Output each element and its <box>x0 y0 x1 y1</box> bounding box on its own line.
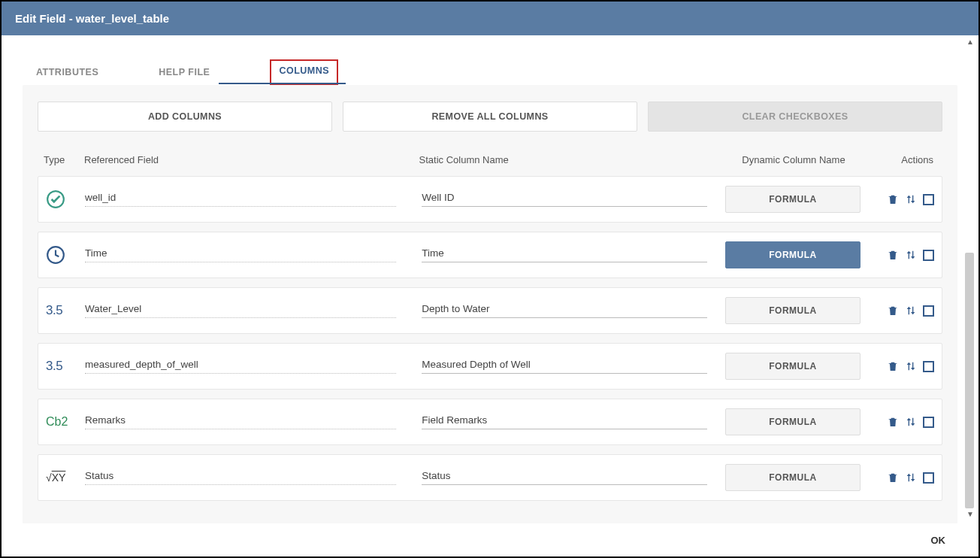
row-actions <box>861 416 936 428</box>
formula-icon: √XY <box>46 472 65 484</box>
formula-button[interactable]: FORMULA <box>725 297 861 324</box>
table-row: √XYStatusStatusFORMULA <box>38 454 942 501</box>
referenced-field-input[interactable]: well_id <box>85 192 396 207</box>
delete-icon[interactable] <box>887 305 899 317</box>
referenced-field-input[interactable]: Time <box>85 247 396 262</box>
clear-checkboxes-button: CLEAR CHECKBOXES <box>648 102 942 132</box>
static-column-name-input[interactable]: Well ID <box>422 192 707 207</box>
row-actions <box>861 305 936 317</box>
formula-button[interactable]: FORMULA <box>725 186 861 213</box>
type-cell <box>44 245 85 265</box>
static-column-name-input[interactable]: Field Remarks <box>422 414 707 429</box>
referenced-field-input[interactable]: Remarks <box>85 414 396 429</box>
table-header: Type Referenced Field Static Column Name… <box>38 150 942 176</box>
columns-panel: ADD COLUMNS REMOVE ALL COLUMNS CLEAR CHE… <box>23 85 957 524</box>
header-dynamic-column-name: Dynamic Column Name <box>726 154 861 165</box>
delete-icon[interactable] <box>887 360 899 372</box>
tab-bar: ATTRIBUTES HELP FILE COLUMNS <box>2 59 978 85</box>
type-cell <box>44 190 85 209</box>
remove-all-columns-button[interactable]: REMOVE ALL COLUMNS <box>343 102 637 132</box>
formula-button[interactable]: FORMULA <box>725 464 861 491</box>
static-column-name-input[interactable]: Measured Depth of Well <box>422 359 707 374</box>
row-actions <box>861 193 936 205</box>
clock-icon <box>46 245 65 265</box>
tab-helpfile[interactable]: HELP FILE <box>159 59 210 85</box>
formula-button[interactable]: FORMULA <box>725 408 861 435</box>
formula-button[interactable]: FORMULA <box>725 241 861 268</box>
combo-icon: Cb2 <box>46 415 68 429</box>
table-row: well_idWell IDFORMULA <box>38 176 942 223</box>
reorder-icon[interactable] <box>905 249 917 261</box>
row-actions <box>861 360 936 372</box>
scrollbar-thumb[interactable] <box>965 253 974 508</box>
table-row: 3.5measured_depth_of_wellMeasured Depth … <box>38 343 942 390</box>
table-row: 3.5Water_LevelDepth to WaterFORMULA <box>38 287 942 334</box>
reorder-icon[interactable] <box>905 305 917 317</box>
static-column-name-input[interactable]: Depth to Water <box>422 303 707 318</box>
delete-icon[interactable] <box>887 472 899 484</box>
delete-icon[interactable] <box>887 249 899 261</box>
referenced-field-input[interactable]: measured_depth_of_well <box>85 359 396 374</box>
type-cell: 3.5 <box>44 303 85 318</box>
header-type: Type <box>44 154 84 165</box>
row-checkbox[interactable] <box>923 472 934 484</box>
referenced-field-input[interactable]: Water_Level <box>85 303 396 318</box>
reorder-icon[interactable] <box>905 416 917 428</box>
header-static-column-name: Static Column Name <box>419 154 726 165</box>
row-actions <box>861 472 936 484</box>
header-referenced-field: Referenced Field <box>84 154 419 165</box>
header-actions: Actions <box>861 154 936 165</box>
reorder-icon[interactable] <box>905 360 917 372</box>
tab-columns[interactable]: COLUMNS <box>270 59 338 85</box>
row-checkbox[interactable] <box>923 250 934 261</box>
scroll-down-icon[interactable]: ▼ <box>965 510 975 520</box>
delete-icon[interactable] <box>887 416 899 428</box>
table-row: Cb2RemarksField RemarksFORMULA <box>38 399 942 445</box>
dialog-footer: OK <box>2 523 978 556</box>
table-row: TimeTimeFORMULA <box>38 232 942 278</box>
number-icon: 3.5 <box>46 359 62 374</box>
row-checkbox[interactable] <box>923 417 934 428</box>
referenced-field-input[interactable]: Status <box>85 470 396 485</box>
type-cell: Cb2 <box>44 415 85 429</box>
ok-button[interactable]: OK <box>931 535 946 546</box>
row-checkbox[interactable] <box>923 194 934 205</box>
reorder-icon[interactable] <box>905 193 917 205</box>
row-checkbox[interactable] <box>923 361 934 372</box>
static-column-name-input[interactable]: Status <box>422 470 707 485</box>
checkfield-icon <box>46 190 65 209</box>
type-cell: 3.5 <box>44 359 85 374</box>
add-columns-button[interactable]: ADD COLUMNS <box>38 102 332 132</box>
toolbar: ADD COLUMNS REMOVE ALL COLUMNS CLEAR CHE… <box>38 102 942 132</box>
dialog-title: Edit Field - water_level_table <box>2 2 978 35</box>
formula-button[interactable]: FORMULA <box>725 353 861 380</box>
static-column-name-input[interactable]: Time <box>422 247 707 262</box>
tab-attributes[interactable]: ATTRIBUTES <box>36 59 98 85</box>
row-checkbox[interactable] <box>923 305 934 317</box>
number-icon: 3.5 <box>46 303 62 318</box>
dialog-body: ATTRIBUTES HELP FILE COLUMNS ADD COLUMNS… <box>2 35 978 524</box>
delete-icon[interactable] <box>887 193 899 205</box>
type-cell: √XY <box>44 472 85 484</box>
reorder-icon[interactable] <box>905 472 917 484</box>
row-actions <box>861 249 936 261</box>
